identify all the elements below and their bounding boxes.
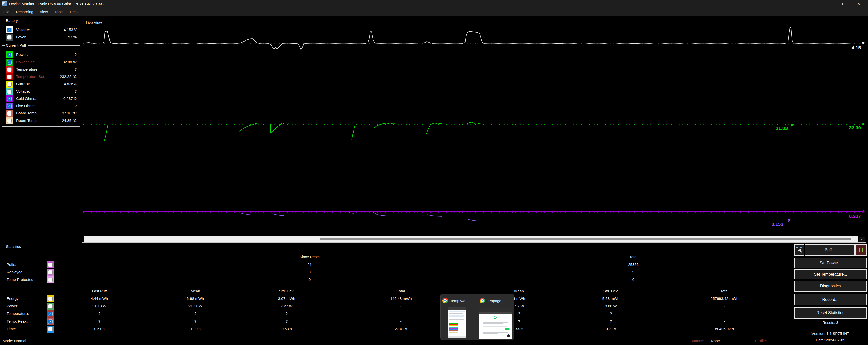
parameter-row: ✓Voltage:4.153 V — [3, 26, 79, 34]
series-live-ohms — [467, 219, 477, 221]
series-visibility-checkbox[interactable] — [48, 304, 53, 309]
stat-value: ? — [518, 319, 520, 323]
series-live-ohms — [240, 213, 253, 215]
picker-icon — [800, 247, 802, 248]
live-chart: 4.1532.0031.830.2370.153 — [82, 23, 866, 242]
scroll-to-end-button[interactable] — [859, 237, 865, 242]
stat-value: - — [400, 311, 402, 316]
menu-item-tools[interactable]: Tools — [51, 7, 67, 16]
parameter-label: Level: — [16, 35, 26, 39]
series-visibility-checkbox[interactable]: ✓ — [7, 60, 11, 65]
chart-value-label: 0.237 — [849, 214, 861, 219]
status-profile-value: 1 — [772, 339, 774, 343]
pause-icon — [862, 248, 863, 252]
series-visibility-checkbox[interactable]: ✓ — [48, 319, 53, 324]
stat-row-label: Energy: — [6, 296, 20, 301]
statistics-group: Statistics Since ResetTotalPuffs:2125356… — [2, 247, 792, 334]
parameter-value: 32.00 W — [63, 60, 77, 64]
puff-button[interactable]: Puff... — [805, 244, 855, 256]
series-visibility-checkbox[interactable]: ✓ — [48, 312, 53, 316]
pause-button[interactable] — [855, 244, 867, 256]
series-visibility-checkbox[interactable] — [48, 327, 53, 332]
stat-value: ? — [98, 319, 100, 323]
column-header-total: Total — [629, 255, 638, 259]
stat-value: ? — [518, 311, 520, 316]
stat-value: ? — [286, 319, 288, 323]
series-visibility-checkbox[interactable]: ✓ — [7, 53, 11, 57]
parameter-value: ? — [75, 89, 77, 93]
record-button[interactable]: Record... — [794, 294, 867, 305]
stat-value: 50406.02 s — [715, 326, 734, 331]
stat-value: .97 W — [514, 304, 524, 308]
stat-value: 0 — [632, 277, 634, 282]
series-visibility-checkbox[interactable]: ✓ — [7, 97, 11, 101]
menu-item-file[interactable]: File — [0, 7, 12, 16]
window-preview-title[interactable]: Papago - ... — [488, 299, 508, 303]
set-power-button[interactable]: Set Power... — [794, 258, 867, 268]
series-color-swatch — [47, 295, 54, 302]
series-visibility-checkbox[interactable] — [48, 296, 53, 301]
series-visibility-checkbox[interactable] — [48, 262, 53, 267]
parameter-row: Temperature:? — [3, 66, 79, 73]
close-button[interactable]: ✕ — [853, 0, 865, 7]
series-visibility-checkbox[interactable]: ✓ — [7, 104, 11, 108]
window-preview-thumbnail[interactable] — [479, 308, 512, 339]
series-visibility-checkbox[interactable] — [48, 270, 53, 275]
series-color-swatch — [6, 81, 13, 88]
series-visibility-checkbox[interactable] — [7, 75, 11, 79]
stat-value: 7.27 W — [281, 304, 293, 308]
series-color-swatch: ✓ — [6, 27, 13, 33]
column-header-std-dev-: Std. Dev. — [603, 289, 619, 293]
set-temperature-button[interactable]: Set Temperature... — [794, 269, 867, 279]
stat-row-label: Temp. Peak: — [6, 319, 28, 323]
series-visibility-checkbox[interactable] — [7, 111, 11, 116]
status-buttons-label: Buttons: — [690, 339, 704, 343]
series-visibility-checkbox[interactable] — [7, 119, 11, 123]
series-color-swatch — [6, 34, 13, 41]
chart-value-label: 32.00 — [849, 125, 861, 130]
battery-group-title: Battery — [4, 19, 19, 23]
chart-scrollbar-track[interactable] — [84, 236, 858, 242]
menu-item-help[interactable]: Help — [67, 7, 81, 16]
column-header-since-reset: Since Reset — [300, 255, 320, 259]
restore-button[interactable] — [835, 0, 847, 7]
series-end-dot — [791, 124, 793, 126]
series-color-swatch: ✓ — [6, 52, 13, 58]
stat-value: - — [724, 319, 725, 323]
series-visibility-checkbox[interactable] — [7, 82, 11, 87]
series-color-swatch — [47, 261, 54, 268]
series-live-ohms — [349, 213, 354, 213]
stat-value: ? — [194, 319, 196, 323]
diagnostics-button[interactable]: Diagnostics — [794, 281, 867, 291]
series-visibility-checkbox[interactable] — [48, 278, 53, 282]
stat-value: 0.51 s — [94, 326, 105, 331]
series-power — [352, 125, 355, 140]
menu-item-recording[interactable]: Recording — [12, 7, 36, 16]
series-visibility-checkbox[interactable] — [7, 89, 11, 94]
parameter-label: Voltage: — [16, 28, 30, 32]
parameter-row: ✓Power Set:32.00 W — [3, 59, 79, 66]
series-visibility-checkbox[interactable] — [7, 67, 11, 72]
reset-statistics-button[interactable]: Reset Statistics — [794, 307, 867, 318]
series-color-swatch: ✓ — [6, 95, 13, 102]
window-preview-thumbnail[interactable] — [448, 307, 466, 338]
parameter-value: 97 % — [68, 35, 77, 39]
series-visibility-checkbox[interactable]: ✓ — [7, 28, 11, 32]
window-preview-title[interactable]: Temp wa... — [450, 299, 469, 303]
series-color-swatch — [6, 110, 13, 117]
column-header-mean: Mean — [514, 289, 524, 293]
series-visibility-checkbox[interactable] — [7, 35, 11, 40]
chart-value-label: 31.83 — [776, 126, 788, 131]
stat-value: ? — [98, 311, 100, 316]
stat-value: ? — [610, 311, 612, 316]
chart-scrollbar-thumb[interactable] — [320, 238, 851, 240]
menu-item-view[interactable]: View — [37, 7, 51, 16]
minimize-button[interactable] — [817, 0, 829, 7]
stat-value: 25356 — [628, 262, 639, 266]
puff-monitor-picker-button[interactable] — [794, 244, 804, 256]
parameter-row: ✓Cold Ohms:0.237 Ω — [3, 95, 79, 102]
stat-value: 0.53 s — [282, 326, 292, 331]
parameter-label: Voltage: — [16, 89, 30, 93]
series-live-ohms — [272, 214, 284, 216]
column-header-mean: Mean — [190, 289, 200, 293]
